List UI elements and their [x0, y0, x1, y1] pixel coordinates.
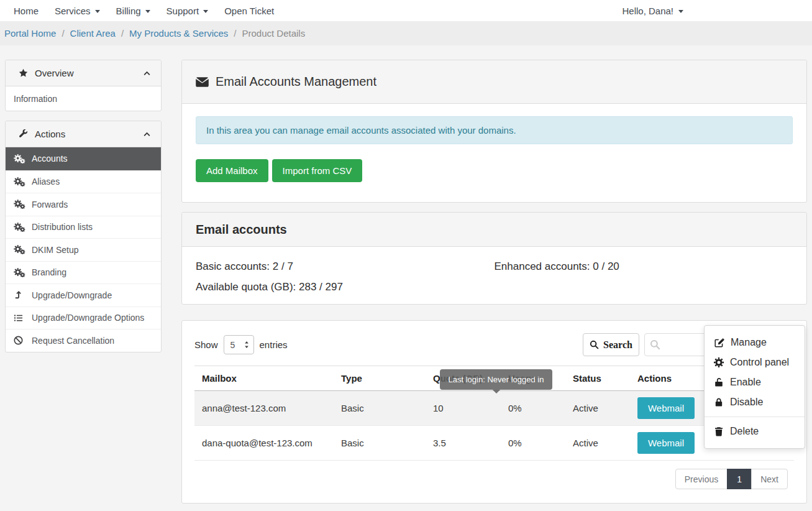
page-title: Email Accounts Management	[216, 75, 376, 89]
sidebar-item-label: Distribution lists	[32, 222, 93, 232]
nav-open-ticket[interactable]: Open Ticket	[216, 0, 282, 21]
overview-panel-header[interactable]: Overview	[6, 60, 161, 86]
menu-item-label: Enable	[730, 377, 761, 388]
sidebar-item-label: Upgrade/Downgrade	[32, 290, 112, 300]
cell-mailbox: dana-quota@test-123.com	[194, 426, 334, 461]
pagination-previous[interactable]: Previous	[675, 469, 728, 489]
user-menu[interactable]: Hello, Dana!	[622, 0, 683, 21]
col-status[interactable]: Status	[565, 366, 630, 391]
entries-select-value: 5	[230, 340, 235, 350]
cell-usage: 0%	[501, 391, 565, 426]
cell-type: Basic	[334, 426, 426, 461]
cell-usage: 0%	[501, 426, 565, 461]
sidebar-item-label: Accounts	[32, 154, 68, 163]
sidebar-item-dkim-setup[interactable]: DKIM Setup	[6, 238, 161, 261]
sidebar-item-accounts[interactable]: Accounts	[6, 147, 161, 170]
actions-panel: Actions Accounts Aliases Forwards Distri…	[5, 121, 162, 352]
cell-status: Active	[565, 426, 630, 461]
webmail-button[interactable]: Webmail	[637, 397, 695, 419]
cogs-icon	[14, 154, 25, 163]
email-management-panel: Email Accounts Management In this area y…	[181, 60, 807, 203]
sidebar-item-label: Branding	[32, 267, 66, 277]
overview-panel: Overview Information	[5, 60, 162, 111]
breadcrumb-client-area[interactable]: Client Area	[70, 28, 116, 39]
overview-title: Overview	[35, 68, 74, 78]
cogs-icon	[14, 177, 25, 186]
caret-down-icon	[678, 10, 683, 13]
summary-header: Email accounts	[182, 213, 806, 247]
basic-accounts-stat: Basic accounts: 2 / 7	[196, 256, 495, 277]
pagination-next[interactable]: Next	[751, 469, 788, 489]
nav-home[interactable]: Home	[6, 0, 47, 21]
menu-item-label: Disable	[730, 397, 763, 408]
tooltip-text: Last login: Never logged in	[449, 375, 544, 384]
breadcrumb-products-services[interactable]: My Products & Services	[129, 28, 228, 39]
col-mailbox[interactable]: Mailbox	[194, 366, 334, 391]
import-csv-button[interactable]: Import from CSV	[272, 159, 363, 182]
add-mailbox-button[interactable]: Add Mailbox	[196, 159, 268, 182]
menu-item-enable[interactable]: Enable	[705, 372, 805, 392]
ban-icon	[14, 336, 23, 345]
nav-services[interactable]: Services	[47, 0, 108, 21]
sidebar-item-forwards[interactable]: Forwards	[6, 193, 161, 216]
chevron-up-icon	[143, 69, 151, 77]
trash-icon	[714, 426, 724, 436]
show-label: Show	[194, 339, 218, 350]
menu-item-disable[interactable]: Disable	[705, 392, 805, 412]
pagination-page-1[interactable]: 1	[727, 469, 752, 489]
cell-mailbox: anna@test-123.com	[194, 391, 334, 426]
cogs-icon	[14, 245, 25, 254]
breadcrumb-separator: /	[62, 28, 64, 39]
menu-item-delete[interactable]: Delete	[705, 421, 805, 441]
unlock-icon	[714, 377, 724, 387]
caret-down-icon	[145, 10, 150, 13]
info-alert: In this area you can manage email accoun…	[196, 116, 793, 144]
lock-icon	[714, 397, 724, 407]
breadcrumb: Portal Home / Client Area / My Products …	[0, 21, 812, 45]
envelope-icon	[196, 76, 209, 88]
sidebar-item-request-cancellation[interactable]: Request Cancellation	[6, 329, 161, 352]
menu-divider	[705, 417, 805, 417]
webmail-button[interactable]: Webmail	[637, 432, 695, 454]
sidebar-item-label: Information	[14, 94, 57, 104]
sidebar-item-upgrade-downgrade[interactable]: Upgrade/Downgrade	[6, 283, 161, 306]
edit-icon	[714, 338, 724, 348]
col-type[interactable]: Type	[334, 366, 426, 391]
actions-title: Actions	[35, 129, 65, 139]
breadcrumb-portal-home[interactable]: Portal Home	[4, 28, 56, 39]
sidebar-item-information[interactable]: Information	[6, 86, 161, 111]
sidebar-item-aliases[interactable]: Aliases	[6, 170, 161, 193]
pagination: Previous 1 Next	[194, 469, 788, 489]
nav-services-label: Services	[55, 6, 91, 16]
cogs-icon	[14, 268, 25, 277]
star-icon	[19, 68, 28, 78]
search-icon	[590, 340, 599, 349]
cogs-icon	[14, 223, 25, 232]
nav-home-label: Home	[14, 6, 39, 16]
sidebar-item-branding[interactable]: Branding	[6, 261, 161, 284]
menu-item-label: Delete	[730, 426, 759, 437]
sort-arrows-icon	[244, 341, 249, 349]
entries-select[interactable]: 5	[224, 335, 254, 354]
level-up-icon	[14, 290, 23, 300]
email-accounts-summary-panel: Email accounts Basic accounts: 2 / 7 Ava…	[181, 212, 807, 305]
nav-billing[interactable]: Billing	[108, 0, 158, 21]
sidebar-item-upgrade-downgrade-options[interactable]: Upgrade/Downgrade Options	[6, 306, 161, 329]
list-icon	[14, 313, 23, 323]
top-navbar: Home Services Billing Support Open Ticke…	[0, 0, 812, 21]
caret-down-icon	[203, 10, 208, 13]
menu-item-control-panel[interactable]: Control panel	[705, 352, 805, 372]
menu-item-label: Manage	[731, 337, 767, 348]
sidebar-item-distribution-lists[interactable]: Distribution lists	[6, 216, 161, 239]
search-button[interactable]: Search	[583, 333, 639, 356]
nav-support-label: Support	[167, 6, 199, 16]
cell-type: Basic	[334, 391, 426, 426]
menu-item-label: Control panel	[730, 357, 789, 368]
menu-item-manage[interactable]: Manage	[705, 333, 805, 352]
nav-support[interactable]: Support	[158, 0, 217, 21]
search-icon	[650, 339, 660, 350]
enhanced-accounts-stat: Enhanced accounts: 0 / 20	[495, 256, 793, 277]
actions-panel-header[interactable]: Actions	[6, 121, 161, 147]
entries-label: entries	[260, 339, 288, 350]
caret-down-icon	[95, 10, 100, 13]
